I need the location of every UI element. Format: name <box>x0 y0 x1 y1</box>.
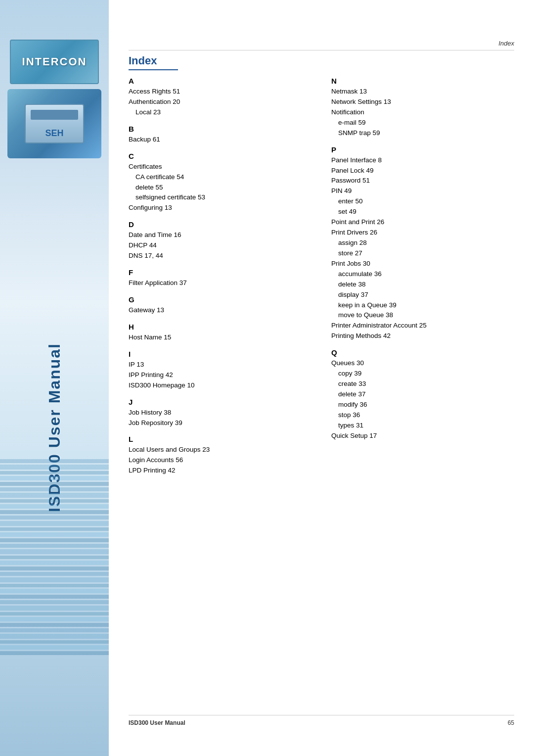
index-columns: A Access Rights 51 Authentication 20 Loc… <box>129 77 514 483</box>
entry-move-queue: move to Queue 38 <box>331 310 514 321</box>
entry-pin: PIN 49 <box>331 186 514 196</box>
entry-keep-queue: keep in a Queue 39 <box>331 300 514 311</box>
entry-ca-certificate: CA certificate 54 <box>129 172 312 183</box>
entry-set: set 49 <box>331 207 514 217</box>
entry-configuring: Configuring 13 <box>129 203 312 213</box>
index-left-column: A Access Rights 51 Authentication 20 Loc… <box>129 77 312 483</box>
page-footer: ISD300 User Manual 65 <box>129 715 514 726</box>
index-section-c: C Certificates CA certificate 54 delete … <box>129 152 312 214</box>
entry-lpd-printing: LPD Printing 42 <box>129 466 312 476</box>
index-section-i: I IP 13 IPP Printing 42 ISD300 Homepage … <box>129 350 312 391</box>
entry-local-users: Local Users and Groups 23 <box>129 445 312 455</box>
page-header: Index <box>129 40 514 50</box>
device-shape <box>25 104 84 143</box>
header-label: Index <box>498 40 514 47</box>
section-letter-h: H <box>129 323 312 331</box>
entry-assign: assign 28 <box>331 238 514 248</box>
section-letter-b: B <box>129 125 312 133</box>
entry-gateway: Gateway 13 <box>129 305 312 316</box>
entry-point-print: Point and Print 26 <box>331 217 514 228</box>
entry-email: e-mail 59 <box>331 118 514 128</box>
sidebar-stripes <box>0 459 109 756</box>
index-title: Index <box>129 54 178 70</box>
entry-stop: stop 36 <box>331 410 514 421</box>
index-section-b: B Backup 61 <box>129 125 312 145</box>
entry-selfsigned: selfsigned certificate 53 <box>129 192 312 203</box>
entry-filter-app: Filter Application 37 <box>129 278 312 288</box>
entry-hostname: Host Name 15 <box>129 332 312 343</box>
entry-date-time: Date and Time 16 <box>129 230 312 240</box>
entry-enter: enter 50 <box>331 196 514 207</box>
entry-job-history: Job History 38 <box>129 408 312 418</box>
entry-panel-lock: Panel Lock 49 <box>331 166 514 176</box>
entry-job-repository: Job Repository 39 <box>129 418 312 428</box>
index-section-q: Q Queues 30 copy 39 create 33 delete 37 … <box>331 348 514 441</box>
section-letter-n: N <box>331 77 514 85</box>
entry-queues: Queues 30 <box>331 358 514 369</box>
section-letter-d: D <box>129 220 312 229</box>
entry-isd300-homepage: ISD300 Homepage 10 <box>129 380 312 391</box>
entry-quick-setup: Quick Setup 17 <box>331 431 514 441</box>
entry-create: create 33 <box>331 379 514 389</box>
entry-panel-interface: Panel Interface 8 <box>331 155 514 166</box>
entry-delete-queue: delete 37 <box>331 389 514 400</box>
device-image <box>7 89 101 158</box>
section-letter-j: J <box>129 398 312 406</box>
entry-delete-jobs: delete 38 <box>331 280 514 290</box>
logo-box: INTERCON <box>10 40 99 84</box>
entry-backup: Backup 61 <box>129 135 312 145</box>
index-section-a: A Access Rights 51 Authentication 20 Loc… <box>129 77 312 118</box>
section-letter-l: L <box>129 435 312 443</box>
entry-dhcp: DHCP 44 <box>129 240 312 251</box>
entry-local: Local 23 <box>129 107 312 118</box>
entry-store: store 27 <box>331 248 514 259</box>
entry-print-jobs: Print Jobs 30 <box>331 259 514 269</box>
entry-printing-methods: Printing Methods 42 <box>331 331 514 341</box>
section-letter-p: P <box>331 145 514 154</box>
index-section-f: F Filter Application 37 <box>129 268 312 288</box>
entry-netmask: Netmask 13 <box>331 87 514 97</box>
entry-snmp-trap: SNMP trap 59 <box>331 128 514 139</box>
entry-print-drivers: Print Drivers 26 <box>331 228 514 238</box>
footer-page-number: 65 <box>508 719 514 726</box>
section-letter-c: C <box>129 152 312 160</box>
section-letter-i: I <box>129 350 312 358</box>
footer-manual-label: ISD300 User Manual <box>129 719 185 726</box>
section-letter-f: F <box>129 268 312 277</box>
index-section-p: P Panel Interface 8 Panel Lock 49 Passwo… <box>331 145 514 342</box>
entry-delete-cert: delete 55 <box>129 183 312 193</box>
entry-display: display 37 <box>331 290 514 300</box>
index-section-h: H Host Name 15 <box>129 323 312 343</box>
index-section-d: D Date and Time 16 DHCP 44 DNS 17, 44 <box>129 220 312 261</box>
entry-ip: IP 13 <box>129 360 312 370</box>
entry-network-settings: Network Settings 13 <box>331 97 514 107</box>
entry-modify: modify 36 <box>331 400 514 410</box>
sidebar: INTERCON ISD300 User Manual <box>0 0 109 756</box>
entry-ipp-printing: IPP Printing 42 <box>129 370 312 380</box>
index-section-g: G Gateway 13 <box>129 295 312 316</box>
entry-login-accounts: Login Accounts 56 <box>129 455 312 466</box>
entry-authentication: Authentication 20 <box>129 97 312 107</box>
index-right-column: N Netmask 13 Network Settings 13 Notific… <box>331 77 514 483</box>
entry-printer-admin: Printer Administrator Account 25 <box>331 321 514 331</box>
logo-text: INTERCON <box>22 55 87 68</box>
entry-notification: Notification <box>331 107 514 118</box>
entry-certificates: Certificates <box>129 162 312 172</box>
index-section-j: J Job History 38 Job Repository 39 <box>129 398 312 428</box>
entry-dns: DNS 17, 44 <box>129 251 312 261</box>
section-letter-q: Q <box>331 348 514 357</box>
section-letter-g: G <box>129 295 312 304</box>
section-letter-a: A <box>129 77 312 85</box>
entry-accumulate: accumulate 36 <box>331 269 514 280</box>
entry-types: types 31 <box>331 421 514 431</box>
entry-password: Password 51 <box>331 176 514 186</box>
index-section-l: L Local Users and Groups 23 Login Accoun… <box>129 435 312 476</box>
entry-access-rights: Access Rights 51 <box>129 87 312 97</box>
entry-copy: copy 39 <box>331 369 514 379</box>
index-section-n: N Netmask 13 Network Settings 13 Notific… <box>331 77 514 139</box>
